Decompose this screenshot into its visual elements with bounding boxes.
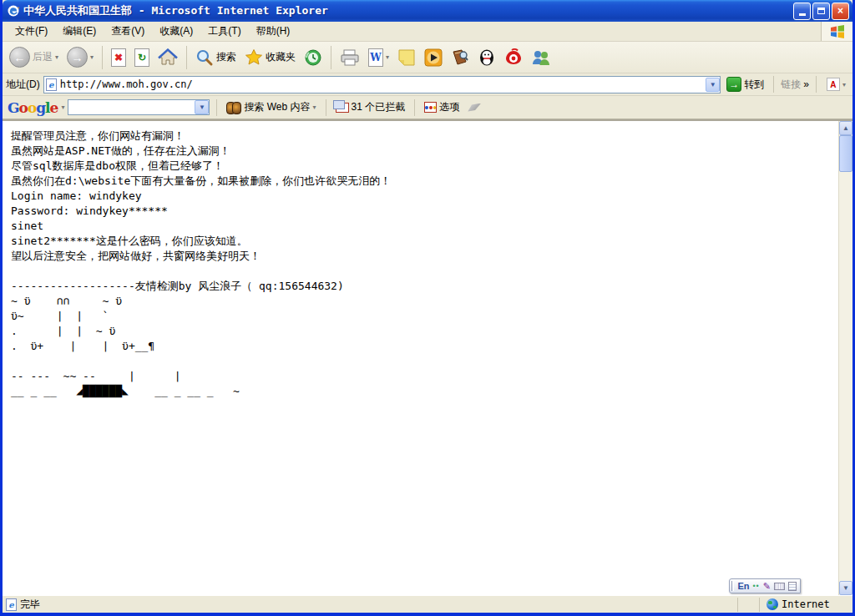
page-line: 尽管sql数据库是dbo权限，但着已经够了！ <box>11 159 835 174</box>
google-search-dropdown-icon[interactable]: ▼ <box>195 100 209 114</box>
word-dropdown-icon[interactable]: ▾ <box>386 53 389 61</box>
history-button[interactable] <box>301 47 326 68</box>
edit-word-button[interactable]: W ▾ <box>365 47 392 68</box>
google-separator <box>414 99 415 116</box>
google-letter: o <box>19 99 28 116</box>
popup-blocked-count: 31 个已拦截 <box>352 100 406 114</box>
back-label: 后退 <box>33 50 53 64</box>
favorites-button[interactable]: 收藏夹 <box>241 47 299 68</box>
vertical-scrollbar[interactable]: ▲ ▼ <box>838 121 852 595</box>
print-icon <box>340 48 360 67</box>
menu-view[interactable]: 查看(V) <box>104 22 152 41</box>
page-line: 虽然网站是ASP.NET做的，任存在注入漏洞！ <box>11 144 835 159</box>
scrollbar-track[interactable] <box>839 135 852 581</box>
links-button[interactable]: 链接 » <box>781 78 809 92</box>
address-field[interactable]: e http://www.moh.gov.cn/ ▼ <box>43 76 721 93</box>
menu-help[interactable]: 帮助(H) <box>249 22 298 41</box>
options-icon <box>424 102 437 113</box>
page-line: 提醒管理员注意，你们网站有漏洞！ <box>11 129 835 144</box>
minimize-button[interactable] <box>793 3 811 20</box>
search-icon <box>195 48 214 67</box>
status-text: 完毕 <box>20 598 40 612</box>
links-label: 链接 <box>781 78 801 92</box>
back-dropdown-icon[interactable]: ▾ <box>55 53 58 61</box>
google-separator <box>216 99 217 116</box>
menu-favorites[interactable]: 收藏(A) <box>152 22 200 41</box>
google-dropdown-icon[interactable]: ▾ <box>61 104 64 111</box>
ascii-art: ~ ϋ ∩∩ ~ ϋ ϋ~ | | ` . | | ~ ϋ . ϋ+ | | ϋ… <box>11 294 835 399</box>
menu-file[interactable]: 文件(F) <box>8 22 55 41</box>
google-search-web-button[interactable]: 搜索 Web 内容 ▾ <box>224 99 318 115</box>
home-button[interactable] <box>154 47 181 68</box>
media-button[interactable] <box>421 47 446 68</box>
address-bar: 地址(D) e http://www.moh.gov.cn/ ▼ → 转到 链接… <box>3 73 852 96</box>
restore-button[interactable] <box>812 3 830 20</box>
handwriting-pen-icon[interactable]: ✎ <box>763 581 771 592</box>
back-button[interactable]: ← 后退 ▾ <box>6 45 62 69</box>
title-bar: 中华人民共和国卫生部 - Microsoft Internet Explorer… <box>3 0 852 22</box>
sina-button[interactable] <box>501 47 526 68</box>
refresh-icon: ↻ <box>134 48 149 67</box>
refresh-button[interactable]: ↻ <box>131 47 153 68</box>
scroll-up-button[interactable]: ▲ <box>839 121 852 135</box>
internet-globe-icon <box>766 598 778 610</box>
pdf-button[interactable]: A ▾ <box>823 76 849 93</box>
google-search-input[interactable]: ▼ <box>68 99 210 115</box>
highlight-button[interactable] <box>465 103 483 113</box>
language-indicator[interactable]: En <box>737 581 749 591</box>
go-arrow-icon: → <box>726 77 741 92</box>
binoculars-icon <box>226 102 241 113</box>
dictionary-button[interactable] <box>448 47 473 68</box>
forward-dropdown-icon[interactable]: ▾ <box>90 53 94 61</box>
keyboard-icon[interactable] <box>774 583 785 590</box>
address-dropdown-icon[interactable]: ▼ <box>706 78 720 92</box>
windows-logo-icon <box>821 22 852 41</box>
toolbar-separator <box>331 46 331 69</box>
page-ie-icon: e <box>46 78 57 91</box>
stop-icon: ✖ <box>111 48 126 67</box>
status-zone-cell: Internet <box>759 598 851 612</box>
media-icon <box>424 48 443 67</box>
note-button[interactable] <box>394 47 419 68</box>
forward-button[interactable]: → ▾ <box>63 45 97 69</box>
google-letter: G <box>8 99 19 116</box>
qq-button[interactable] <box>474 47 499 68</box>
language-bar-grip[interactable] <box>731 581 734 591</box>
menu-tools[interactable]: 工具(T) <box>200 22 248 41</box>
page-line: sinet2*******这是什么密码，你们应该知道。 <box>11 234 835 249</box>
pdf-dropdown-icon[interactable]: ▾ <box>842 81 846 88</box>
stop-button[interactable]: ✖ <box>108 47 129 68</box>
google-letter: o <box>28 99 36 116</box>
go-button[interactable]: → 转到 <box>724 76 766 93</box>
menu-bar: 文件(F) 编辑(E) 查看(V) 收藏(A) 工具(T) 帮助(H) <box>3 22 852 42</box>
zone-text: Internet <box>782 598 830 610</box>
restore-icon <box>817 8 825 14</box>
google-separator <box>326 99 326 116</box>
msn-button[interactable] <box>528 47 554 68</box>
favorites-icon <box>245 48 263 67</box>
scrollbar-thumb[interactable] <box>839 135 852 172</box>
close-button[interactable]: × <box>832 3 849 20</box>
language-menu-icon[interactable] <box>788 582 797 591</box>
links-chevron-icon[interactable]: » <box>803 78 809 90</box>
minimize-icon <box>799 13 806 16</box>
dictionary-icon <box>451 48 469 67</box>
language-bar-dots-icon: •• <box>752 582 759 590</box>
status-page-icon: e <box>6 598 17 611</box>
toolbar-separator <box>186 46 187 69</box>
search-web-dropdown-icon[interactable]: ▾ <box>313 104 316 111</box>
menu-edit[interactable]: 编辑(E) <box>55 22 104 41</box>
google-letter: e <box>50 99 58 116</box>
print-button[interactable] <box>336 47 363 68</box>
page-line: 虽然你们在d:\website下面有大量备份，如果被删除，你们也许欲哭无泪的！ <box>11 174 835 189</box>
toolbar-separator <box>102 46 103 69</box>
options-button[interactable]: 选项 <box>422 99 462 115</box>
google-logo[interactable]: Google <box>8 99 58 116</box>
adobe-pdf-icon: A <box>827 78 840 91</box>
popup-blocker-button[interactable]: 31 个已拦截 <box>333 99 408 115</box>
scroll-down-button[interactable]: ▼ <box>839 581 852 595</box>
highlighter-icon <box>468 104 481 112</box>
address-url[interactable]: http://www.moh.gov.cn/ <box>57 78 706 90</box>
language-bar[interactable]: En •• ✎ <box>729 578 801 593</box>
search-button[interactable]: 搜索 <box>192 47 240 68</box>
